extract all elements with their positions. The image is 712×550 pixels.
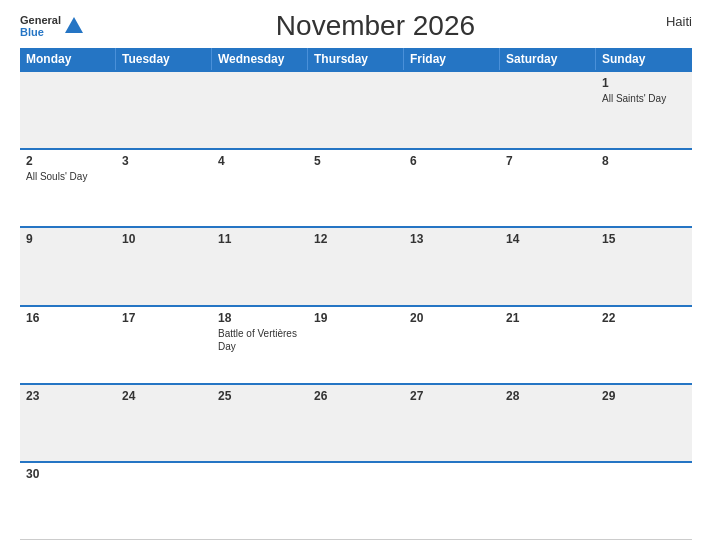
calendar-header: Monday Tuesday Wednesday Thursday Friday… bbox=[20, 48, 692, 70]
day-number: 5 bbox=[314, 154, 398, 168]
day-cell bbox=[308, 72, 404, 148]
col-wednesday: Wednesday bbox=[212, 48, 308, 70]
day-number: 25 bbox=[218, 389, 302, 403]
day-cell-nov1: 1 All Saints' Day bbox=[596, 72, 692, 148]
day-cell-empty4 bbox=[404, 463, 500, 539]
day-number: 28 bbox=[506, 389, 590, 403]
day-number: 20 bbox=[410, 311, 494, 325]
calendar-week-1: 1 All Saints' Day bbox=[20, 70, 692, 148]
day-number: 29 bbox=[602, 389, 686, 403]
day-number: 14 bbox=[506, 232, 590, 246]
col-sunday: Sunday bbox=[596, 48, 692, 70]
day-cell bbox=[20, 72, 116, 148]
col-tuesday: Tuesday bbox=[116, 48, 212, 70]
day-cell-nov26: 26 bbox=[308, 385, 404, 461]
day-number: 27 bbox=[410, 389, 494, 403]
calendar-week-6: 30 bbox=[20, 461, 692, 540]
col-friday: Friday bbox=[404, 48, 500, 70]
calendar: Monday Tuesday Wednesday Thursday Friday… bbox=[20, 48, 692, 540]
day-number: 24 bbox=[122, 389, 206, 403]
day-cell-nov16: 16 bbox=[20, 307, 116, 383]
logo-general-text: General bbox=[20, 14, 61, 26]
day-cell-nov10: 10 bbox=[116, 228, 212, 304]
day-number: 16 bbox=[26, 311, 110, 325]
day-cell-nov13: 13 bbox=[404, 228, 500, 304]
day-cell-nov28: 28 bbox=[500, 385, 596, 461]
logo: General Blue bbox=[20, 14, 85, 38]
col-saturday: Saturday bbox=[500, 48, 596, 70]
day-number: 18 bbox=[218, 311, 302, 325]
day-cell-nov24: 24 bbox=[116, 385, 212, 461]
day-cell bbox=[404, 72, 500, 148]
day-number: 4 bbox=[218, 154, 302, 168]
page-header: General Blue November 2026 Haiti bbox=[20, 10, 692, 42]
calendar-week-5: 23 24 25 26 27 28 29 bbox=[20, 383, 692, 461]
day-cell-nov22: 22 bbox=[596, 307, 692, 383]
day-cell-nov27: 27 bbox=[404, 385, 500, 461]
day-cell-nov12: 12 bbox=[308, 228, 404, 304]
day-number: 30 bbox=[26, 467, 110, 481]
calendar-body: 1 All Saints' Day 2 All Souls' Day 3 4 5 bbox=[20, 70, 692, 540]
logo-blue-text: Blue bbox=[20, 26, 61, 38]
day-cell-nov7: 7 bbox=[500, 150, 596, 226]
day-cell-nov25: 25 bbox=[212, 385, 308, 461]
day-number: 11 bbox=[218, 232, 302, 246]
col-thursday: Thursday bbox=[308, 48, 404, 70]
day-number: 8 bbox=[602, 154, 686, 168]
day-cell-nov14: 14 bbox=[500, 228, 596, 304]
day-number: 10 bbox=[122, 232, 206, 246]
day-cell-empty5 bbox=[500, 463, 596, 539]
day-cell-empty1 bbox=[116, 463, 212, 539]
calendar-week-3: 9 10 11 12 13 14 15 bbox=[20, 226, 692, 304]
day-number: 6 bbox=[410, 154, 494, 168]
day-cell bbox=[116, 72, 212, 148]
day-number: 2 bbox=[26, 154, 110, 168]
day-cell-empty6 bbox=[596, 463, 692, 539]
day-cell-nov21: 21 bbox=[500, 307, 596, 383]
day-number: 23 bbox=[26, 389, 110, 403]
day-cell bbox=[500, 72, 596, 148]
day-cell-nov19: 19 bbox=[308, 307, 404, 383]
day-cell-nov9: 9 bbox=[20, 228, 116, 304]
day-number: 13 bbox=[410, 232, 494, 246]
day-cell-nov3: 3 bbox=[116, 150, 212, 226]
day-number: 1 bbox=[602, 76, 686, 90]
day-cell-nov30: 30 bbox=[20, 463, 116, 539]
svg-marker-0 bbox=[65, 17, 83, 33]
day-cell-nov6: 6 bbox=[404, 150, 500, 226]
day-cell-empty3 bbox=[308, 463, 404, 539]
logo-icon bbox=[63, 15, 85, 37]
event-label: All Souls' Day bbox=[26, 170, 110, 183]
day-number: 3 bbox=[122, 154, 206, 168]
calendar-week-4: 16 17 18 Battle of Vertières Day 19 20 2… bbox=[20, 305, 692, 383]
day-number: 19 bbox=[314, 311, 398, 325]
day-cell-empty2 bbox=[212, 463, 308, 539]
day-cell-nov5: 5 bbox=[308, 150, 404, 226]
day-cell-nov4: 4 bbox=[212, 150, 308, 226]
calendar-page: General Blue November 2026 Haiti Monday … bbox=[0, 0, 712, 550]
day-number: 12 bbox=[314, 232, 398, 246]
day-cell-nov8: 8 bbox=[596, 150, 692, 226]
day-number: 21 bbox=[506, 311, 590, 325]
country-label: Haiti bbox=[666, 10, 692, 29]
day-cell-nov11: 11 bbox=[212, 228, 308, 304]
day-cell-nov15: 15 bbox=[596, 228, 692, 304]
day-cell-nov20: 20 bbox=[404, 307, 500, 383]
day-cell bbox=[212, 72, 308, 148]
col-monday: Monday bbox=[20, 48, 116, 70]
page-title: November 2026 bbox=[85, 10, 666, 42]
day-number: 17 bbox=[122, 311, 206, 325]
day-cell-nov2: 2 All Souls' Day bbox=[20, 150, 116, 226]
day-cell-nov29: 29 bbox=[596, 385, 692, 461]
event-label: Battle of Vertières Day bbox=[218, 327, 302, 353]
day-number: 9 bbox=[26, 232, 110, 246]
day-number: 22 bbox=[602, 311, 686, 325]
day-number: 7 bbox=[506, 154, 590, 168]
calendar-week-2: 2 All Souls' Day 3 4 5 6 7 bbox=[20, 148, 692, 226]
day-number: 15 bbox=[602, 232, 686, 246]
day-cell-nov23: 23 bbox=[20, 385, 116, 461]
day-cell-nov17: 17 bbox=[116, 307, 212, 383]
day-number: 26 bbox=[314, 389, 398, 403]
day-cell-nov18: 18 Battle of Vertières Day bbox=[212, 307, 308, 383]
event-label: All Saints' Day bbox=[602, 92, 686, 105]
